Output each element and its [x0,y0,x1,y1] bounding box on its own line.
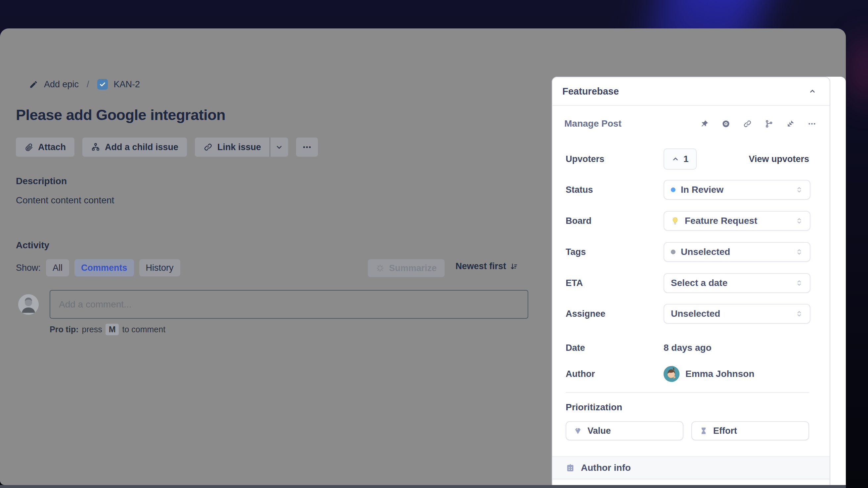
attach-label: Attach [38,142,66,153]
add-child-issue-button[interactable]: Add a child issue [82,137,187,157]
manage-post-icons [700,119,816,128]
breadcrumb-add-epic[interactable]: Add epic [44,79,79,90]
breadcrumb: Add epic / KAN-2 [29,76,140,92]
description-body[interactable]: Content content content [16,195,114,206]
protip-prefix: Pro tip: [50,325,79,334]
collapse-chevron-up-icon[interactable] [808,87,816,95]
upvote-control: 1 [663,149,696,170]
author-row: Author Emma Johnson [552,364,830,384]
status-select[interactable]: In Review [663,180,810,200]
tags-row: Tags Unselected [552,242,830,262]
activity-filter-row: Show: All Comments History [16,259,180,276]
link-issue-dropdown-chevron-icon[interactable] [270,137,288,157]
effort-button[interactable]: Effort [691,421,809,441]
tab-comments[interactable]: Comments [74,259,134,276]
select-carets-icon [795,186,803,194]
protip-press: press [82,325,102,334]
select-carets-icon [795,217,803,225]
select-carets-icon [795,279,803,287]
link-icon [204,142,213,152]
date-row: Date 8 days ago [552,340,830,355]
sort-order-label: Newest first [456,261,506,271]
author-info-section[interactable]: Author info [552,456,830,479]
board-value: Feature Request [685,216,790,226]
assignee-label: Assignee [566,309,606,319]
board-label: Board [566,216,591,226]
jira-icon[interactable] [786,119,795,128]
eta-label: ETA [566,278,583,288]
upvoters-row: Upvoters 1 View upvoters [552,149,830,169]
tags-label: Tags [566,247,586,257]
description-heading: Description [16,176,67,187]
protip-suffix: to comment [122,325,165,334]
tags-dot [671,250,676,254]
assignee-row: Assignee Unselected [552,304,830,324]
eta-select[interactable]: Select a date [663,273,810,293]
author-name: Emma Johnson [685,369,754,379]
sort-descending-icon [509,262,518,271]
author-avatar [663,366,679,382]
eta-value: Select a date [671,278,790,288]
sort-order-button[interactable]: Newest first [456,261,518,271]
effort-button-label: Effort [713,426,737,436]
panel-more-icon[interactable] [807,119,816,128]
edit-pencil-icon[interactable] [29,80,38,89]
show-label: Show: [16,263,41,273]
status-row: Status In Review [552,180,830,200]
app-root: Add epic / KAN-2 1 [0,0,868,488]
board-select[interactable]: Feature Request [663,211,810,231]
tags-select[interactable]: Unselected [663,242,810,262]
upvote-count: 1 [683,154,689,164]
summarize-button[interactable]: Summarize [368,259,444,277]
add-child-issue-label: Add a child issue [105,142,178,153]
page-title: Please add Google integration [16,106,225,124]
upvote-chevron-icon [672,155,679,163]
summarize-label: Summarize [389,263,437,273]
link-issue-button[interactable]: Link issue [195,137,270,157]
date-value: 8 days ago [663,343,712,353]
manage-post-row: Manage Post [552,115,830,133]
status-value: In Review [681,185,790,195]
featurebase-card: Featurebase Manage Post [552,77,830,485]
copy-link-icon[interactable] [743,119,752,128]
assignee-select[interactable]: Unselected [663,304,810,324]
prioritization-buttons: Value Effort [566,421,809,441]
select-carets-icon [795,248,803,256]
protip-key-m: M [105,324,119,335]
hourglass-icon [699,426,708,435]
upvote-button[interactable]: 1 [663,149,696,170]
tab-all[interactable]: All [46,259,69,276]
activity-heading: Activity [16,240,49,251]
panel-divider [566,392,809,393]
issue-action-buttons: Attach Add a child issue Link issue [16,137,318,157]
author-value[interactable]: Emma Johnson [663,366,754,382]
value-button-label: Value [588,426,611,436]
more-issue-actions-button[interactable] [296,137,318,157]
eta-row: ETA Select a date [552,273,830,293]
bottom-edge-strip [0,485,846,488]
breadcrumb-issue-key[interactable]: KAN-2 [114,79,140,90]
link-issue-label: Link issue [217,142,261,153]
featurebase-panel: Featurebase Manage Post [552,77,846,485]
task-type-icon[interactable] [97,79,108,90]
board-row: Board Feature Request [552,211,830,231]
status-label: Status [566,185,593,195]
tab-history[interactable]: History [139,259,180,276]
paperclip-icon [25,143,33,152]
record-disc-icon[interactable] [721,119,731,128]
sparkle-icon [376,264,384,272]
lightbulb-icon [671,217,679,225]
comment-input[interactable] [50,290,528,319]
upvoters-label: Upvoters [566,154,604,164]
prioritization-heading: Prioritization [566,402,622,413]
id-badge-icon [566,463,575,473]
merge-branch-icon[interactable] [765,119,773,128]
view-upvoters-link[interactable]: View upvoters [749,154,809,164]
author-info-label: Author info [581,462,631,473]
assignee-value: Unselected [671,308,790,319]
pin-icon[interactable] [700,119,709,128]
attach-button[interactable]: Attach [16,137,74,157]
value-button[interactable]: Value [566,421,683,441]
status-dot [671,188,676,192]
tags-value: Unselected [681,247,790,257]
